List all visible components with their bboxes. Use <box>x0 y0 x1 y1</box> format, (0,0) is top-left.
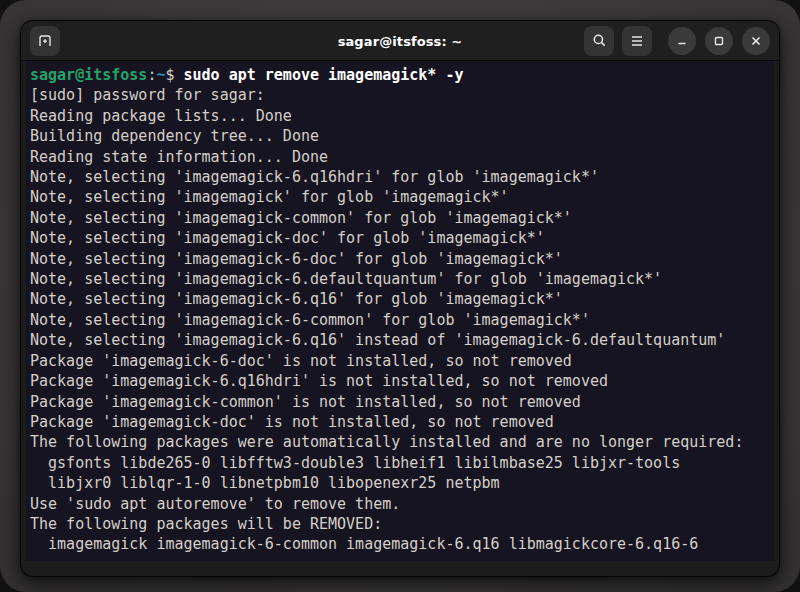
maximize-icon <box>713 35 725 47</box>
terminal-output-line: Note, selecting 'imagemagick-6.q16' inst… <box>30 330 772 350</box>
minimize-icon <box>676 35 688 47</box>
terminal-output-line: Note, selecting 'imagemagick-6.defaultqu… <box>30 269 772 289</box>
close-icon <box>750 35 762 47</box>
terminal-output-line: Note, selecting 'imagemagick-6-doc' for … <box>30 249 772 269</box>
prompt-dollar: $ <box>165 66 183 84</box>
terminal-output-line: Reading package lists... Done <box>30 106 772 126</box>
new-tab-button[interactable] <box>30 26 60 56</box>
terminal-output-line: The following packages were automaticall… <box>30 432 772 452</box>
terminal-output-line: Note, selecting 'imagemagick-common' for… <box>30 208 772 228</box>
terminal-screen[interactable]: sagar@itsfoss:~$ sudo apt remove imagema… <box>26 61 774 561</box>
search-button[interactable] <box>584 26 614 56</box>
prompt-user-host: sagar@itsfoss <box>30 66 147 84</box>
terminal-output-line: imagemagick imagemagick-6-common imagema… <box>30 534 772 554</box>
terminal-output-line: Reading state information... Done <box>30 147 772 167</box>
close-button[interactable] <box>742 27 770 55</box>
terminal-output-line: [sudo] password for sagar: <box>30 85 772 105</box>
terminal-output-line: Package 'imagemagick-6.q16hdri' is not i… <box>30 371 772 391</box>
terminal-output-line: gsfonts libde265-0 libfftw3-double3 libh… <box>30 453 772 473</box>
terminal-output-line: Package 'imagemagick-doc' is not install… <box>30 412 772 432</box>
terminal-output-line: Note, selecting 'imagemagick-6-common' f… <box>30 310 772 330</box>
terminal-output-line: Building dependency tree... Done <box>30 126 772 146</box>
terminal-window: sagar@itsfoss: ~ <box>20 20 780 577</box>
hamburger-menu-icon <box>630 35 644 47</box>
terminal-output-line: Package 'imagemagick-6-doc' is not insta… <box>30 351 772 371</box>
search-icon <box>592 33 607 48</box>
menu-button[interactable] <box>622 26 652 56</box>
maximize-button[interactable] <box>705 27 733 55</box>
terminal-output-line: The following packages will be REMOVED: <box>30 514 772 534</box>
command-text: sudo apt remove imagemagick* -y <box>184 66 464 84</box>
terminal-output: [sudo] password for sagar:Reading packag… <box>30 85 772 554</box>
terminal-output-line: Note, selecting 'imagemagick-doc' for gl… <box>30 228 772 248</box>
minimize-button[interactable] <box>668 27 696 55</box>
terminal-output-line: Use 'sudo apt autoremove' to remove them… <box>30 494 772 514</box>
headerbar-controls <box>584 26 770 56</box>
terminal-output-line: Note, selecting 'imagemagick-6.q16' for … <box>30 289 772 309</box>
new-tab-icon <box>37 33 53 49</box>
window-title: sagar@itsfoss: ~ <box>338 33 463 48</box>
headerbar: sagar@itsfoss: ~ <box>21 21 779 61</box>
prompt-line: sagar@itsfoss:~$ sudo apt remove imagema… <box>30 65 772 85</box>
desktop-background: sagar@itsfoss: ~ <box>0 0 800 592</box>
terminal-output-line: Note, selecting 'imagemagick-6.q16hdri' … <box>30 167 772 187</box>
window-controls <box>668 27 770 55</box>
terminal-output-line: libjxr0 liblqr-1-0 libnetpbm10 libopenex… <box>30 473 772 493</box>
terminal-output-line: Note, selecting 'imagemagick' for glob '… <box>30 187 772 207</box>
terminal-output-line: Package 'imagemagick-common' is not inst… <box>30 392 772 412</box>
